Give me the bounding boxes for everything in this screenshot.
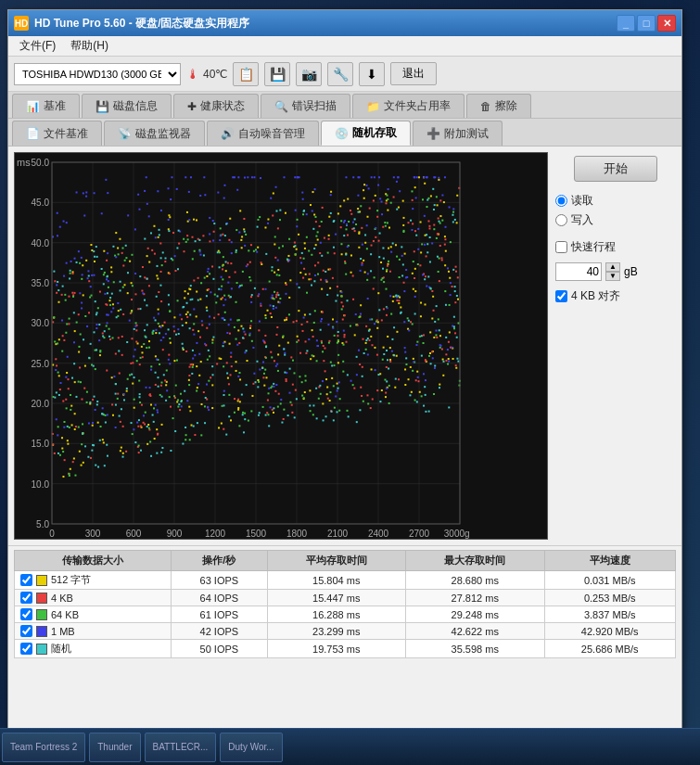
benchmark-icon: 📊	[26, 100, 40, 113]
row-checkbox-0[interactable]	[20, 574, 32, 586]
tab-noise-mgmt[interactable]: 🔊 自动噪音管理	[207, 121, 319, 146]
tab-error-scan[interactable]: 🔍 错误扫描	[261, 94, 350, 118]
toolbar-btn-4[interactable]: 🔧	[327, 62, 353, 86]
taskbar-btn-1[interactable]: Team Fortress 2	[2, 733, 85, 762]
cell-avg-access-1: 15.447 ms	[267, 590, 406, 606]
cell-label-0: 512 字节	[15, 571, 172, 590]
taskbar-label-4: Duty Wor...	[228, 742, 274, 752]
window-title: HD Tune Pro 5.60 - 硬盘/固态硬盘实用程序	[34, 16, 617, 32]
cell-label-1: 4 KB	[15, 590, 172, 606]
cell-max-access-2: 29.248 ms	[406, 606, 545, 623]
table-row: 随机 50 IOPS 19.753 ms 35.598 ms 25.686 MB…	[15, 640, 676, 658]
cell-max-access-4: 35.598 ms	[406, 640, 545, 658]
exit-button[interactable]: 退出	[390, 62, 437, 85]
data-table-area: 传输数据大小 操作/秒 平均存取时间 最大存取时间 平均速度 512 字节 63…	[8, 545, 681, 662]
cell-avg-speed-4: 25.686 MB/s	[544, 640, 676, 658]
content-area: ms 开始 读取 写入 快速行程	[8, 147, 681, 545]
cell-ops-0: 63 IOPS	[172, 571, 267, 590]
toolbar-btn-1[interactable]: 📋	[233, 62, 259, 86]
main-window: HD HD Tune Pro 5.60 - 硬盘/固态硬盘实用程序 _ □ ✕ …	[7, 9, 682, 731]
table-row: 1 MB 42 IOPS 23.299 ms 42.622 ms 42.920 …	[15, 623, 676, 640]
value-input-row: ▲ ▼ gB	[555, 262, 676, 281]
cell-avg-access-3: 23.299 ms	[267, 623, 406, 640]
quick-trip-checkbox[interactable]	[555, 241, 567, 253]
cell-avg-speed-0: 0.031 MB/s	[544, 571, 676, 590]
row-checkbox-2[interactable]	[20, 608, 32, 620]
table-header-row: 传输数据大小 操作/秒 平均存取时间 最大存取时间 平均速度	[15, 551, 676, 571]
temperature-display: 🌡 40℃	[186, 67, 227, 82]
tab-file-benchmark[interactable]: 📄 文件基准	[12, 121, 102, 146]
toolbar-btn-2[interactable]: 💾	[264, 62, 290, 86]
table-body: 512 字节 63 IOPS 15.804 ms 28.680 ms 0.031…	[15, 571, 676, 658]
col-header-max-access: 最大存取时间	[406, 551, 545, 571]
right-panel: 开始 读取 写入 快速行程 ▲ ▼	[555, 152, 676, 540]
tab-health[interactable]: ✚ 健康状态	[173, 94, 259, 118]
close-button[interactable]: ✕	[657, 15, 676, 32]
tab-random-access[interactable]: 💿 随机存取	[321, 121, 411, 146]
menu-file[interactable]: 文件(F)	[12, 36, 63, 56]
menu-help[interactable]: 帮助(H)	[63, 36, 116, 56]
error-scan-icon: 🔍	[274, 100, 288, 113]
col-header-size: 传输数据大小	[15, 551, 172, 571]
cell-max-access-0: 28.680 ms	[406, 571, 545, 590]
maximize-button[interactable]: □	[637, 15, 655, 32]
tabs-row2: 📄 文件基准 📡 磁盘监视器 🔊 自动噪音管理 💿 随机存取 ➕ 附加测试	[8, 119, 681, 147]
thermometer-icon: 🌡	[186, 67, 199, 82]
spin-down-button[interactable]: ▼	[605, 272, 620, 281]
taskbar-label-1: Team Fortress 2	[10, 742, 77, 752]
cell-max-access-1: 27.812 ms	[406, 590, 545, 606]
quick-trip-option: 快速行程	[555, 239, 676, 255]
row-checkbox-1[interactable]	[20, 592, 32, 604]
read-radio[interactable]	[555, 195, 567, 207]
row-checkbox-3[interactable]	[20, 625, 32, 637]
results-table: 传输数据大小 操作/秒 平均存取时间 最大存取时间 平均速度 512 字节 63…	[14, 550, 676, 658]
extra-test-icon: ➕	[426, 127, 440, 140]
tab-disk-monitor[interactable]: 📡 磁盘监视器	[104, 121, 205, 146]
toolbar: TOSHIBA HDWD130 (3000 GB) 🌡 40℃ 📋 💾 📷 🔧 …	[8, 57, 681, 92]
noise-icon: 🔊	[221, 127, 235, 140]
y-axis-unit: ms	[17, 157, 31, 168]
tab-folder-usage[interactable]: 📁 文件夹占用率	[352, 94, 465, 118]
title-bar: HD HD Tune Pro 5.60 - 硬盘/固态硬盘实用程序 _ □ ✕	[8, 10, 681, 36]
cell-ops-2: 61 IOPS	[172, 606, 267, 623]
write-option[interactable]: 写入	[555, 212, 676, 228]
disk-monitor-icon: 📡	[118, 127, 132, 140]
table-row: 64 KB 61 IOPS 16.288 ms 29.248 ms 3.837 …	[15, 606, 676, 623]
scatter-chart-canvas	[15, 153, 469, 540]
cell-avg-access-4: 19.753 ms	[267, 640, 406, 658]
toolbar-btn-3[interactable]: 📷	[296, 62, 322, 86]
read-option[interactable]: 读取	[555, 193, 676, 209]
spin-up-button[interactable]: ▲	[605, 262, 620, 272]
taskbar-label-2: Thunder	[97, 742, 132, 752]
toolbar-btn-5[interactable]: ⬇	[359, 62, 385, 86]
file-benchmark-icon: 📄	[26, 127, 40, 140]
tab-erase[interactable]: 🗑 擦除	[466, 94, 531, 118]
write-radio[interactable]	[555, 214, 567, 226]
cell-label-3: 1 MB	[15, 623, 172, 640]
tab-disk-info[interactable]: 💾 磁盘信息	[82, 94, 172, 118]
scatter-chart-container: ms	[14, 152, 548, 540]
taskbar-btn-4[interactable]: Duty Wor...	[220, 733, 282, 762]
taskbar-btn-2[interactable]: Thunder	[89, 733, 140, 762]
health-icon: ✚	[187, 100, 197, 113]
menu-bar: 文件(F) 帮助(H)	[8, 36, 681, 57]
gb-value-input[interactable]	[555, 262, 602, 281]
disk-selector[interactable]: TOSHIBA HDWD130 (3000 GB)	[14, 63, 181, 85]
cell-ops-4: 50 IOPS	[172, 640, 267, 658]
tab-extra-test[interactable]: ➕ 附加测试	[413, 121, 503, 146]
row-checkbox-4[interactable]	[20, 643, 32, 655]
minimize-button[interactable]: _	[617, 15, 635, 32]
table-row: 4 KB 64 IOPS 15.447 ms 27.812 ms 0.253 M…	[15, 590, 676, 606]
folder-icon: 📁	[366, 100, 380, 113]
temperature-value: 40℃	[203, 68, 227, 81]
taskbar-label-3: BATTLECR...	[153, 742, 209, 752]
tab-benchmark[interactable]: 📊 基准	[12, 94, 80, 118]
cell-avg-access-0: 15.804 ms	[267, 571, 406, 590]
spin-buttons: ▲ ▼	[605, 262, 620, 281]
align-checkbox[interactable]	[555, 290, 567, 302]
cell-max-access-3: 42.622 ms	[406, 623, 545, 640]
align-option: 4 KB 对齐	[555, 288, 676, 304]
taskbar-btn-3[interactable]: BATTLECR...	[145, 733, 217, 762]
erase-icon: 🗑	[480, 100, 491, 113]
start-button[interactable]: 开始	[574, 156, 657, 182]
